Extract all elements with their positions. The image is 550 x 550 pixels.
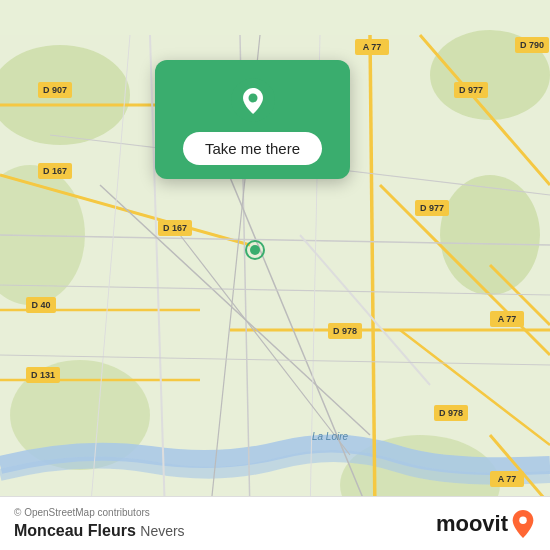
svg-text:D 167: D 167 [43, 166, 67, 176]
bottom-bar: © OpenStreetMap contributors Monceau Fle… [0, 496, 550, 550]
map-container: A 77 D 790 D 977 D 907 D 907 D 977 D 167… [0, 0, 550, 550]
svg-point-60 [250, 245, 260, 255]
place-info: © OpenStreetMap contributors Monceau Fle… [14, 507, 185, 540]
svg-text:D 790: D 790 [520, 40, 544, 50]
svg-point-64 [519, 516, 527, 524]
svg-text:D 131: D 131 [31, 370, 55, 380]
svg-text:A 77: A 77 [498, 314, 517, 324]
svg-text:D 978: D 978 [333, 326, 357, 336]
place-name: Monceau Fleurs Nevers [14, 522, 185, 540]
moovit-pin-icon [510, 509, 536, 539]
svg-text:D 977: D 977 [420, 203, 444, 213]
popup-card: Take me there [155, 60, 350, 179]
osm-credit: © OpenStreetMap contributors [14, 507, 185, 518]
svg-text:D 167: D 167 [163, 223, 187, 233]
svg-point-3 [440, 175, 540, 295]
moovit-brand-text: moovit [436, 511, 508, 537]
svg-point-63 [248, 94, 257, 103]
moovit-logo: moovit [436, 509, 536, 539]
take-me-there-button[interactable]: Take me there [183, 132, 322, 165]
svg-text:D 40: D 40 [31, 300, 50, 310]
location-pin-icon [231, 78, 275, 122]
svg-text:A 77: A 77 [363, 42, 382, 52]
svg-text:D 977: D 977 [459, 85, 483, 95]
svg-text:D 907: D 907 [43, 85, 67, 95]
svg-text:La Loire: La Loire [312, 431, 349, 442]
svg-text:A 77: A 77 [498, 474, 517, 484]
svg-text:D 978: D 978 [439, 408, 463, 418]
